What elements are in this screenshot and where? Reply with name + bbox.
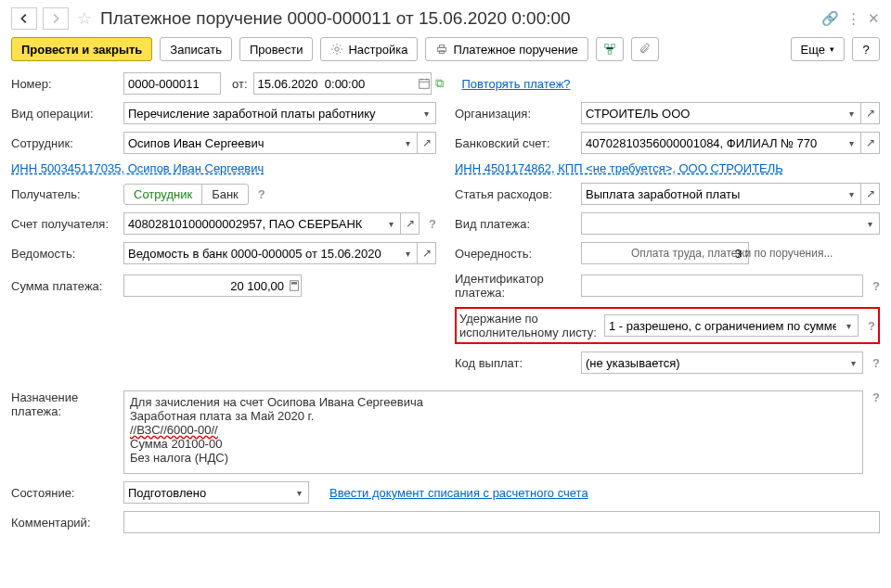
- repeat-payment-link[interactable]: Повторять платеж?: [462, 77, 571, 91]
- order-label: Очередность:: [455, 247, 575, 261]
- ident-help[interactable]: ?: [872, 279, 880, 293]
- recip-acc-label: Счет получателя:: [11, 217, 118, 231]
- settings-button[interactable]: Настройка: [320, 37, 418, 61]
- gear-icon: [330, 43, 343, 56]
- withhold-input[interactable]: [604, 314, 840, 337]
- employee-label: Сотрудник:: [11, 136, 118, 150]
- from-label: от:: [232, 77, 248, 91]
- purpose-label: Назначение платежа:: [11, 390, 118, 418]
- bank-acc-dropdown[interactable]: ▾: [843, 132, 861, 154]
- paytype-label: Вид платежа:: [455, 217, 575, 231]
- kebab-icon[interactable]: ⋮: [846, 10, 860, 27]
- ident-input[interactable]: [581, 275, 863, 297]
- more-button[interactable]: Еще ▾: [791, 37, 845, 61]
- seg-bank[interactable]: Банк: [202, 185, 248, 204]
- sheet-input[interactable]: [123, 242, 399, 264]
- org-inn-link[interactable]: ИНН 4501174862, КПП <не требуется>, ООО …: [455, 161, 783, 175]
- page-title: Платежное поручение 0000-000011 от 15.06…: [100, 8, 816, 29]
- expense-label: Статья расходов:: [455, 187, 575, 201]
- recip-acc-dropdown[interactable]: ▾: [382, 212, 401, 235]
- printer-icon: [435, 43, 448, 56]
- chevron-down-icon: ▾: [830, 45, 834, 54]
- status-label: Состояние:: [11, 486, 118, 500]
- svg-rect-5: [611, 45, 614, 48]
- comment-input[interactable]: [123, 511, 880, 533]
- structure-button[interactable]: [596, 37, 624, 61]
- ident-label: Идентификатор платежа:: [455, 272, 575, 300]
- paycode-help[interactable]: ?: [872, 356, 880, 370]
- op-type-label: Вид операции:: [11, 107, 118, 121]
- link-icon[interactable]: 🔗: [821, 10, 839, 27]
- enter-doc-link[interactable]: Ввести документ списания с расчетного сч…: [329, 486, 588, 500]
- arrow-right-icon: [49, 12, 62, 25]
- bank-acc-label: Банковский счет:: [455, 136, 575, 150]
- bank-acc-input[interactable]: [581, 132, 843, 154]
- attach-button[interactable]: [631, 37, 659, 61]
- employee-inn-link[interactable]: ИНН 500345117035, Осипов Иван Сергеевич: [11, 161, 264, 175]
- bank-acc-open[interactable]: ↗: [861, 132, 880, 154]
- favorite-star-icon[interactable]: ☆: [74, 8, 95, 29]
- help-button[interactable]: ?: [852, 37, 880, 61]
- calendar-icon: [418, 77, 431, 90]
- svg-rect-2: [440, 45, 445, 48]
- print-button[interactable]: Платежное поручение: [425, 37, 588, 61]
- employee-input[interactable]: [123, 132, 399, 154]
- expense-input[interactable]: [581, 183, 843, 205]
- arrow-left-icon: [18, 12, 31, 25]
- sheet-open[interactable]: ↗: [418, 242, 436, 264]
- paytype-dropdown[interactable]: ▾: [861, 212, 880, 235]
- amount-input[interactable]: [123, 275, 288, 297]
- withhold-help[interactable]: ?: [868, 319, 875, 333]
- org-input[interactable]: [581, 102, 843, 124]
- expense-open[interactable]: ↗: [861, 183, 880, 205]
- recipient-label: Получатель:: [11, 187, 118, 201]
- calendar-button[interactable]: [418, 72, 432, 95]
- amount-label: Сумма платежа:: [11, 279, 118, 293]
- save-button[interactable]: Записать: [160, 37, 232, 61]
- recip-acc-open[interactable]: ↗: [401, 212, 420, 235]
- employee-open[interactable]: ↗: [418, 132, 436, 154]
- purpose-help[interactable]: ?: [872, 390, 880, 404]
- number-input[interactable]: [123, 72, 221, 95]
- nav-forward-button: [43, 7, 69, 30]
- op-type-dropdown[interactable]: ▾: [418, 102, 436, 124]
- post-button[interactable]: Провести: [239, 37, 314, 61]
- withhold-label: Удержание по исполнительному листу:: [459, 312, 599, 339]
- comment-label: Комментарий:: [11, 516, 118, 530]
- paycode-dropdown[interactable]: ▾: [845, 352, 863, 374]
- copy-icon[interactable]: ⧉: [435, 76, 444, 91]
- op-type-input[interactable]: [123, 102, 418, 124]
- paycode-input[interactable]: [581, 352, 845, 374]
- svg-rect-6: [608, 51, 612, 55]
- recip-acc-help[interactable]: ?: [429, 217, 436, 231]
- recip-acc-input[interactable]: [123, 212, 382, 235]
- status-dropdown[interactable]: ▾: [291, 481, 309, 504]
- org-dropdown[interactable]: ▾: [843, 102, 861, 124]
- expense-dropdown[interactable]: ▾: [843, 183, 861, 205]
- number-label: Номер:: [11, 77, 118, 91]
- svg-rect-9: [291, 282, 297, 285]
- recipient-help[interactable]: ?: [258, 187, 265, 201]
- org-label: Организация:: [455, 107, 575, 121]
- withhold-highlight: Удержание по исполнительному листу: ▾ ?: [455, 307, 880, 344]
- withhold-dropdown[interactable]: ▾: [840, 314, 859, 337]
- seg-employee[interactable]: Сотрудник: [124, 185, 202, 204]
- svg-point-0: [335, 47, 339, 51]
- purpose-textarea[interactable]: Для зачисления на счет Осипова Ивана Сер…: [123, 390, 863, 474]
- date-input[interactable]: [253, 72, 418, 95]
- paperclip-icon: [639, 43, 652, 56]
- nav-back-button[interactable]: [11, 7, 37, 30]
- sheet-dropdown[interactable]: ▾: [399, 242, 418, 264]
- svg-rect-7: [419, 80, 429, 89]
- paycode-label: Код выплат:: [455, 356, 575, 370]
- close-icon[interactable]: ✕: [868, 10, 880, 27]
- calculator-button[interactable]: [288, 275, 302, 297]
- status-input[interactable]: [123, 481, 291, 504]
- sheet-label: Ведомость:: [11, 247, 118, 261]
- paytype-input[interactable]: [581, 212, 861, 235]
- employee-dropdown[interactable]: ▾: [399, 132, 418, 154]
- calculator-icon: [288, 279, 301, 292]
- post-close-button[interactable]: Провести и закрыть: [11, 37, 152, 61]
- order-text: Оплата труда, платежи по поручения...: [631, 247, 833, 260]
- org-open[interactable]: ↗: [861, 102, 880, 124]
